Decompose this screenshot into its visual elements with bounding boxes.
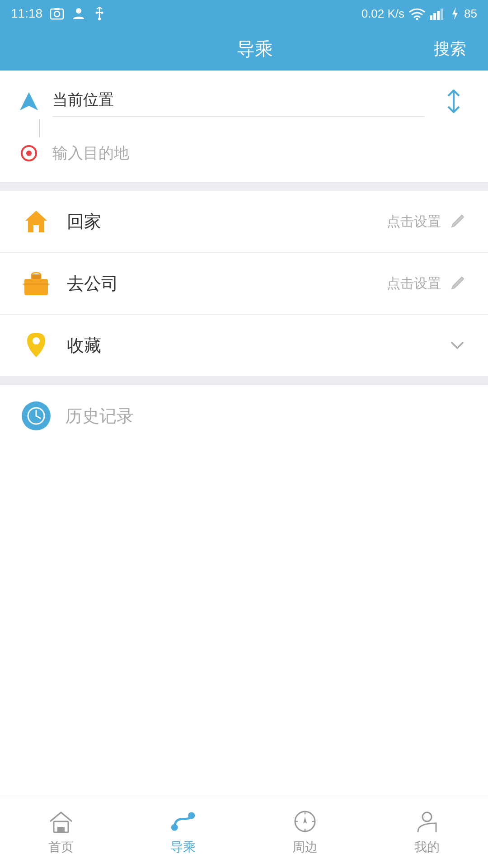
favorites-action[interactable]	[448, 336, 466, 354]
list-item-work[interactable]: 去公司 点击设置	[0, 253, 488, 315]
work-action[interactable]: 点击设置	[387, 274, 466, 293]
destination-dot-icon	[21, 145, 37, 161]
favorites-icon	[22, 331, 51, 360]
bottom-navigation: 首页 导乘 周边	[0, 796, 488, 868]
svg-rect-21	[32, 274, 41, 279]
pencil-icon-2	[449, 275, 465, 292]
location-separator	[18, 118, 470, 139]
home-label: 回家	[67, 210, 371, 233]
nav-item-guide[interactable]: 导乘	[122, 796, 244, 868]
nav-item-nearby[interactable]: 周边	[244, 796, 366, 868]
svg-point-37	[422, 812, 432, 821]
location-area: 当前位置 输入目的地	[0, 71, 488, 182]
nav-guide-label: 导乘	[170, 839, 196, 856]
section-divider-2	[0, 376, 488, 385]
status-time: 11:18	[11, 6, 42, 21]
wifi-icon	[409, 7, 425, 20]
battery-level: 85	[464, 7, 477, 21]
destination-placeholder: 输入目的地	[52, 139, 470, 167]
svg-rect-13	[441, 9, 443, 20]
svg-rect-10	[430, 15, 432, 20]
svg-rect-20	[24, 279, 48, 295]
favorites-expand-icon[interactable]	[448, 336, 466, 354]
svg-point-6	[96, 12, 98, 14]
svg-rect-0	[51, 9, 63, 19]
usb-icon	[93, 6, 106, 21]
status-right: 0.02 K/s 85	[361, 6, 477, 21]
person-nav-icon	[415, 810, 439, 833]
origin-input[interactable]: 当前位置	[52, 86, 425, 117]
app-header: 导乘 搜索	[0, 27, 488, 71]
svg-line-26	[36, 416, 40, 418]
svg-rect-28	[57, 827, 65, 832]
svg-marker-15	[20, 92, 38, 110]
location-arrow-icon	[20, 92, 38, 110]
nav-item-home[interactable]: 首页	[0, 796, 122, 868]
origin-icon	[18, 92, 40, 110]
svg-point-8	[98, 18, 101, 20]
history-section: 历史记录	[0, 385, 488, 447]
nav-mine-label: 我的	[414, 839, 440, 856]
svg-marker-19	[25, 211, 47, 232]
origin-text: 当前位置	[52, 86, 425, 114]
charging-icon	[450, 6, 460, 21]
home-icon	[22, 207, 51, 236]
nav-mine-icon	[413, 809, 441, 834]
list-item-home[interactable]: 回家 点击设置	[0, 191, 488, 253]
destination-row[interactable]: 输入目的地	[18, 139, 470, 167]
svg-point-3	[76, 8, 81, 14]
briefcase-icon	[23, 271, 50, 296]
origin-row[interactable]: 当前位置	[18, 85, 470, 118]
nav-nearby-label: 周边	[292, 839, 318, 856]
svg-point-23	[33, 337, 40, 344]
quick-items-list: 回家 点击设置 去公司 点击设置	[0, 191, 488, 376]
swap-button[interactable]	[437, 85, 470, 118]
destination-icon	[18, 145, 40, 161]
svg-rect-22	[23, 283, 50, 285]
svg-rect-12	[437, 11, 440, 20]
origin-divider	[52, 116, 425, 117]
house-icon	[23, 208, 50, 235]
nav-nearby-icon	[291, 809, 319, 834]
home-nav-icon	[48, 810, 74, 833]
svg-point-18	[26, 151, 32, 156]
search-button[interactable]: 搜索	[434, 38, 466, 60]
signal-icon	[430, 7, 446, 20]
network-speed: 0.02 K/s	[361, 7, 404, 21]
work-action-text: 点击设置	[387, 274, 441, 293]
destination-input[interactable]: 输入目的地	[52, 139, 470, 167]
history-icon-circle	[22, 401, 51, 430]
pencil-icon	[449, 213, 465, 230]
svg-point-9	[416, 18, 418, 20]
work-label: 去公司	[67, 272, 371, 295]
pin-icon	[24, 331, 48, 360]
route-nav-icon	[169, 810, 197, 833]
home-edit-icon[interactable]	[448, 212, 466, 231]
history-label: 历史记录	[65, 405, 134, 428]
section-divider-1	[0, 182, 488, 191]
header-title: 导乘	[76, 37, 434, 61]
work-icon	[22, 269, 51, 298]
status-left: 11:18	[11, 6, 106, 21]
nav-item-mine[interactable]: 我的	[366, 796, 488, 868]
clock-icon	[26, 406, 46, 426]
status-bar: 11:18 0.02 K/s	[0, 0, 488, 27]
chevron-down-icon	[448, 336, 466, 354]
svg-rect-2	[54, 8, 60, 10]
list-item-favorites[interactable]: 收藏	[0, 315, 488, 376]
person-icon	[71, 6, 86, 21]
nav-home-label: 首页	[48, 839, 74, 856]
home-action-text: 点击设置	[387, 212, 441, 231]
nav-guide-icon	[169, 809, 197, 834]
swap-icon	[443, 89, 465, 114]
svg-rect-11	[433, 13, 436, 20]
favorites-label: 收藏	[67, 334, 432, 357]
compass-nav-icon	[293, 810, 317, 833]
svg-point-1	[54, 11, 60, 17]
work-edit-icon[interactable]	[448, 274, 466, 292]
svg-marker-14	[452, 7, 458, 20]
svg-marker-36	[303, 817, 307, 823]
separator-line	[39, 119, 40, 137]
nav-home-icon	[47, 809, 75, 834]
home-action[interactable]: 点击设置	[387, 212, 466, 231]
